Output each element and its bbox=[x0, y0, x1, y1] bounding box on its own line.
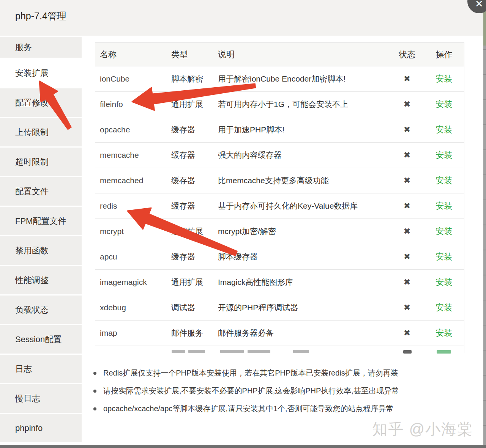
not-installed-icon: ✖ bbox=[404, 303, 410, 312]
sidebar-item-timeout-limit[interactable]: 超时限制 bbox=[0, 148, 82, 176]
ext-type: 通用扩展 bbox=[167, 92, 213, 117]
ext-desc: 脚本缓存器 bbox=[213, 244, 390, 270]
sidebar-item-config-modify[interactable]: 配置修改 bbox=[0, 88, 82, 117]
ext-desc: 强大的内容缓存器 bbox=[213, 143, 390, 168]
sidebar-item-service[interactable]: 服务 bbox=[0, 37, 82, 58]
ext-type: 缓存器 bbox=[167, 143, 213, 168]
col-header-type: 类型 bbox=[167, 43, 213, 66]
install-button[interactable]: 安装 bbox=[436, 150, 453, 160]
sidebar-item-phpinfo[interactable]: phpinfo bbox=[0, 414, 82, 442]
sidebar-item-session-config[interactable]: Session配置 bbox=[0, 325, 82, 354]
ext-type: 缓存器 bbox=[167, 117, 213, 143]
table-row: fileinfo 通用扩展 若可用内存小于1G，可能会安装不上 ✖ 安装 bbox=[95, 92, 464, 117]
install-button[interactable]: 安装 bbox=[436, 328, 453, 338]
action-cell: 安装 bbox=[424, 219, 464, 244]
ext-desc: 用于解密ionCube Encoder加密脚本! bbox=[213, 66, 390, 92]
page-title: php-7.4管理 bbox=[15, 0, 66, 32]
watermark: 知乎 @小海棠 bbox=[372, 419, 473, 440]
table-row: imagemagick 通用扩展 Imagick高性能图形库 ✖ 安装 bbox=[95, 270, 464, 295]
install-button[interactable]: 安装 bbox=[436, 303, 453, 312]
window-bottom-edge bbox=[0, 445, 486, 448]
col-header-desc: 说明 bbox=[213, 43, 390, 66]
action-cell: 安装 bbox=[424, 168, 464, 193]
status-cell: ✖ bbox=[390, 321, 424, 346]
ext-desc: 基于内存亦可持久化的Key-Value数据库 bbox=[213, 193, 390, 219]
not-installed-icon: ✖ bbox=[404, 74, 410, 83]
ext-name: fileinfo bbox=[95, 92, 167, 117]
table-row: redis 缓存器 基于内存亦可持久化的Key-Value数据库 ✖ 安装 bbox=[95, 193, 464, 219]
not-installed-icon: ✖ bbox=[404, 125, 410, 134]
ext-desc: mcrypt加密/解密 bbox=[213, 219, 390, 244]
not-installed-icon: ✖ bbox=[404, 99, 410, 109]
sidebar-item-upload-limit[interactable]: 上传限制 bbox=[0, 118, 82, 146]
action-cell: 安装 bbox=[424, 92, 464, 117]
ext-type: 调试器 bbox=[167, 295, 213, 321]
ext-name: opcache bbox=[95, 117, 167, 143]
ext-name: apcu bbox=[95, 244, 167, 270]
not-installed-icon: ✖ bbox=[404, 328, 410, 338]
ext-desc: 开源的PHP程序调试器 bbox=[213, 295, 390, 321]
scrollbar-track bbox=[483, 0, 486, 448]
ext-desc: 比memcache支持更多高级功能 bbox=[213, 168, 390, 193]
scrollbar-thumb bbox=[483, 9, 486, 46]
table-header-row: 名称 类型 说明 状态 操作 bbox=[95, 43, 464, 66]
status-cell: ✖ bbox=[390, 117, 424, 143]
status-cell: ✖ bbox=[390, 193, 424, 219]
sidebar-item-disabled-functions[interactable]: 禁用函数 bbox=[0, 236, 82, 265]
extensions-table: 名称 类型 说明 状态 操作 ionCube 脚本解密 用于解密ionCube … bbox=[95, 43, 464, 346]
install-button[interactable]: 安装 bbox=[436, 252, 453, 261]
not-installed-icon: ✖ bbox=[404, 277, 410, 287]
ext-desc: 若可用内存小于1G，可能会安装不上 bbox=[213, 92, 390, 117]
col-header-action: 操作 bbox=[424, 43, 464, 66]
sidebar-item-fpm-config-file[interactable]: FPM配置文件 bbox=[0, 207, 82, 235]
install-button[interactable]: 安装 bbox=[436, 74, 453, 83]
table-row: imap 邮件服务 邮件服务器必备 ✖ 安装 bbox=[95, 321, 464, 346]
not-installed-icon: ✖ bbox=[404, 252, 410, 261]
action-cell: 安装 bbox=[424, 66, 464, 92]
ext-name: imagemagick bbox=[95, 270, 167, 295]
action-cell: 安装 bbox=[424, 270, 464, 295]
sidebar-item-install-extensions[interactable]: 安装扩展 bbox=[0, 59, 82, 87]
col-header-status: 状态 bbox=[390, 43, 424, 66]
ext-type: 缓存器 bbox=[167, 193, 213, 219]
install-button[interactable]: 安装 bbox=[436, 277, 453, 287]
sidebar: 服务 安装扩展 配置修改 上传限制 超时限制 配置文件 FPM配置文件 禁用函数… bbox=[0, 37, 82, 443]
extensions-table-container: 名称 类型 说明 状态 操作 ionCube 脚本解密 用于解密ionCube … bbox=[95, 42, 464, 353]
ext-name: xdebug bbox=[95, 295, 167, 321]
sidebar-item-slow-log[interactable]: 慢日志 bbox=[0, 384, 82, 413]
ext-desc: 用于加速PHP脚本! bbox=[213, 117, 390, 143]
install-button[interactable]: 安装 bbox=[436, 176, 453, 185]
action-cell: 安装 bbox=[424, 117, 464, 143]
action-cell: 安装 bbox=[424, 143, 464, 168]
ext-desc: Imagick高性能图形库 bbox=[213, 270, 390, 295]
note-install-advice: 请按实际需求安装扩展,不要安装不必要的PHP扩展,这会影响PHP执行效率,甚至出… bbox=[91, 382, 471, 400]
sidebar-item-load-status[interactable]: 负载状态 bbox=[0, 296, 82, 324]
ext-type: 通用扩展 bbox=[167, 219, 213, 244]
ext-type: 脚本解密 bbox=[167, 66, 213, 92]
ext-type: 通用扩展 bbox=[167, 270, 213, 295]
modal-header: php-7.4管理 bbox=[0, 0, 486, 36]
col-header-name: 名称 bbox=[95, 43, 167, 66]
action-cell: 安装 bbox=[424, 193, 464, 219]
ext-type: 邮件服务 bbox=[167, 321, 213, 346]
install-button[interactable]: 安装 bbox=[436, 201, 453, 211]
ext-name: memcached bbox=[95, 168, 167, 193]
install-button[interactable]: 安装 bbox=[436, 226, 453, 236]
not-installed-icon: ✖ bbox=[404, 226, 410, 236]
sidebar-item-performance-tuning[interactable]: 性能调整 bbox=[0, 266, 82, 294]
ext-name: mcrypt bbox=[95, 219, 167, 244]
install-button[interactable]: 安装 bbox=[436, 99, 453, 109]
note-redis: Redis扩展仅支持一个PHP版本安装使用，若在其它PHP版本已安装redis扩… bbox=[91, 364, 471, 382]
note-opcache: opcache/xcache/apc等脚本缓存扩展,请只安装其中1个,否则可能导… bbox=[91, 400, 471, 418]
sidebar-item-log[interactable]: 日志 bbox=[0, 355, 82, 383]
ext-name: memcache bbox=[95, 143, 167, 168]
status-cell: ✖ bbox=[390, 244, 424, 270]
sidebar-item-config-file[interactable]: 配置文件 bbox=[0, 177, 82, 206]
status-cell: ✖ bbox=[390, 168, 424, 193]
ext-type: 缓存器 bbox=[167, 168, 213, 193]
not-installed-icon: ✖ bbox=[404, 150, 410, 160]
ext-name: redis bbox=[95, 193, 167, 219]
ext-type: 缓存器 bbox=[167, 244, 213, 270]
status-cell: ✖ bbox=[390, 270, 424, 295]
install-button[interactable]: 安装 bbox=[436, 125, 453, 134]
